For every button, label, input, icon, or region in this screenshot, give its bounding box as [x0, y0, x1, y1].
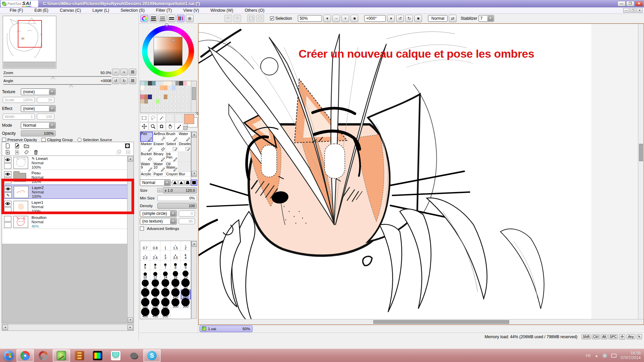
- color-swatch[interactable]: [160, 99, 164, 104]
- brush-size-cell[interactable]: 10: [140, 270, 150, 280]
- visibility-eye-icon[interactable]: [4, 171, 11, 177]
- brush-blend-dropdown[interactable]: Normal ▼: [140, 179, 171, 186]
- canvas-vscroll-thumb[interactable]: [639, 144, 643, 161]
- color-swatch[interactable]: [140, 95, 144, 99]
- color-swatch[interactable]: [148, 85, 152, 90]
- modifier-key-button[interactable]: Shift: [582, 334, 591, 339]
- hsv-slider-toggle[interactable]: [159, 15, 166, 22]
- magic-wand-tool[interactable]: [157, 114, 166, 122]
- tool-airbrush[interactable]: AirBrush: [153, 132, 166, 142]
- brush-size-cell[interactable]: 30: [150, 280, 160, 290]
- tool-ink-pen[interactable]: Ink Pen: [166, 152, 178, 162]
- color-wheel[interactable]: [140, 24, 196, 79]
- scroll-down-icon[interactable]: ▼: [128, 317, 133, 323]
- canvas-zoom-in-button[interactable]: +: [341, 15, 349, 22]
- any-key-button[interactable]: Any: [627, 334, 635, 339]
- chevron-down-icon[interactable]: ▼: [49, 89, 55, 95]
- brush-size-cell[interactable]: 80: [160, 290, 170, 299]
- zoom-tool[interactable]: [149, 122, 157, 130]
- brush-size-cell[interactable]: 9: [181, 260, 191, 270]
- color-swatch[interactable]: [164, 108, 168, 112]
- color-swatch[interactable]: [156, 108, 160, 112]
- rect-select-tool[interactable]: [140, 114, 148, 122]
- hand-tool[interactable]: [166, 122, 174, 130]
- color-swatch[interactable]: [164, 104, 168, 108]
- color-swatch[interactable]: [175, 108, 179, 112]
- color-swatch[interactable]: [140, 99, 144, 104]
- texture-dropdown[interactable]: (none) ▼: [21, 88, 56, 95]
- color-swatch[interactable]: [175, 81, 179, 85]
- brush-size-cell[interactable]: 400: [140, 309, 150, 319]
- tool-acrylic[interactable]: Acrylic: [140, 172, 153, 177]
- angle-reset-button[interactable]: [129, 77, 136, 84]
- effect-dropdown[interactable]: (none) ▼: [21, 105, 56, 112]
- color-swatch[interactable]: [164, 85, 168, 90]
- maximize-button[interactable]: ❐: [626, 1, 634, 6]
- chevron-down-icon[interactable]: ▼: [170, 211, 176, 216]
- color-mixer-toggle[interactable]: [168, 15, 175, 22]
- layer-extra-checkbox[interactable]: [4, 207, 11, 213]
- visibility-eye-icon[interactable]: [4, 157, 11, 163]
- rotate-view-tool[interactable]: Ω: [157, 122, 166, 130]
- color-swatch[interactable]: [167, 81, 171, 85]
- menu-item[interactable]: Layer (L): [87, 8, 115, 13]
- color-swatch[interactable]: [175, 104, 179, 108]
- color-swatch[interactable]: [140, 104, 144, 108]
- color-swatch[interactable]: [160, 104, 164, 108]
- tool-eraser[interactable]: Eraser: [153, 142, 166, 152]
- color-swatch[interactable]: [183, 90, 187, 95]
- brush-shape-dropdown[interactable]: (simple circle) ▼: [140, 210, 177, 217]
- edge-soft-button[interactable]: [178, 180, 184, 185]
- color-swatch[interactable]: [187, 90, 191, 95]
- scroll-up-icon[interactable]: ▲: [192, 132, 197, 137]
- brush-size-cell[interactable]: 100: [171, 290, 181, 299]
- color-swatch[interactable]: [171, 108, 175, 112]
- language-indicator[interactable]: FR: [586, 354, 591, 358]
- document-tab[interactable]: 1.sai 50%: [200, 325, 253, 332]
- density-bar[interactable]: 100: [157, 203, 197, 209]
- taskbar-film-app[interactable]: [89, 349, 106, 362]
- taskbar-chrome[interactable]: [16, 349, 34, 362]
- selection-source-radio[interactable]: Selection Source: [77, 138, 112, 142]
- layer-extra-checkbox[interactable]: [4, 178, 11, 183]
- color-swatch[interactable]: [144, 85, 148, 90]
- flip-horizontal-button[interactable]: ⇄: [449, 15, 457, 22]
- brush-size-cell[interactable]: 300: [171, 299, 181, 309]
- opacity-bar[interactable]: 100%: [21, 130, 56, 136]
- new-layer-icon[interactable]: [4, 143, 11, 149]
- scroll-down-icon[interactable]: ▼: [192, 171, 197, 176]
- deselect-button[interactable]: [247, 15, 255, 22]
- canvas[interactable]: Créer un nouveau calque et pose les ombr…: [199, 24, 591, 325]
- move-tool[interactable]: [140, 122, 148, 130]
- brush-size-cell[interactable]: 70: [150, 290, 160, 299]
- brush-size-cell[interactable]: 14: [160, 270, 170, 280]
- stabilizer-field[interactable]: 7▼: [479, 15, 494, 22]
- color-swatch[interactable]: [156, 90, 160, 95]
- color-swatch[interactable]: [148, 90, 152, 95]
- foreground-color[interactable]: [184, 114, 194, 124]
- brush-size-cell[interactable]: 1.5: [171, 241, 181, 251]
- angle-slider-handle[interactable]: [69, 85, 73, 87]
- mdi-restore-button[interactable]: ❐: [630, 8, 636, 13]
- navigator-view-rect[interactable]: [18, 20, 42, 48]
- layer-row-peau[interactable]: Peau Normal 100%: [2, 170, 127, 184]
- color-swatch[interactable]: [152, 95, 156, 99]
- menu-item[interactable]: Canvas (C): [54, 8, 87, 13]
- layer-row-layer2-selected[interactable]: ✎ Layer2 Normal 100%: [2, 185, 127, 199]
- color-swatch[interactable]: [140, 81, 144, 85]
- modifier-key-button[interactable]: Alt: [601, 334, 607, 339]
- brush-size-cell[interactable]: 250: [160, 299, 170, 309]
- brush-size-cell[interactable]: 2.3: [140, 251, 150, 260]
- layer-extra-checkbox[interactable]: [4, 222, 11, 228]
- rgb-slider-toggle[interactable]: [150, 15, 157, 22]
- brush-texture-dropdown[interactable]: (no texture) ▼: [140, 218, 177, 225]
- brush-size-cell[interactable]: 60: [140, 290, 150, 299]
- color-swatch[interactable]: [160, 85, 164, 90]
- tool-binary[interactable]: Binary: [153, 152, 166, 162]
- rotate-ccw-button[interactable]: ↺: [112, 77, 119, 84]
- color-swatch[interactable]: [140, 108, 144, 112]
- mdi-minimize-button[interactable]: —: [623, 8, 629, 13]
- brush-size-cell[interactable]: 450: [150, 309, 160, 319]
- canvas-zoom-field[interactable]: 50%: [298, 15, 322, 22]
- brush-size-cell[interactable]: 1: [160, 241, 170, 251]
